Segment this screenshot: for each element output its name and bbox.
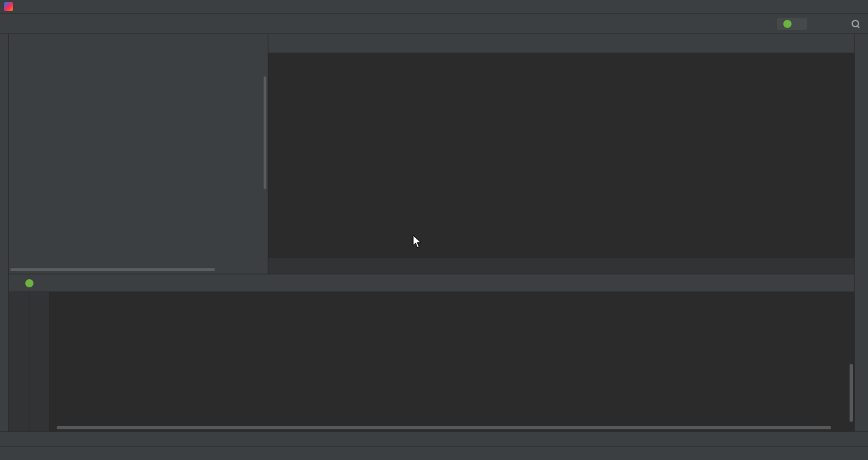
title-bar xyxy=(0,0,868,14)
spring-boot-icon xyxy=(783,20,792,28)
app-logo-icon xyxy=(4,2,13,11)
run-config-select[interactable] xyxy=(777,18,807,30)
project-tree xyxy=(9,53,268,274)
run-tool-window xyxy=(9,274,854,431)
run-tab[interactable] xyxy=(21,279,48,287)
right-tool-stripe xyxy=(854,34,868,431)
tool-window-bar xyxy=(0,431,868,446)
console-vertical-scrollbar[interactable] xyxy=(850,364,853,422)
project-vertical-scrollbar[interactable] xyxy=(264,76,266,189)
console-horizontal-scrollbar[interactable] xyxy=(57,426,831,429)
run-panel-header xyxy=(9,274,854,292)
left-tool-stripe xyxy=(0,34,9,431)
project-horizontal-scrollbar[interactable] xyxy=(10,268,215,271)
editor-tabs xyxy=(268,34,854,53)
console-output[interactable] xyxy=(50,292,854,431)
navigation-bar xyxy=(0,14,868,34)
run-toolbar xyxy=(9,292,29,431)
console-toolbar xyxy=(29,292,50,431)
search-icon[interactable] xyxy=(852,20,860,28)
project-panel-header xyxy=(9,34,268,53)
run-panel-body xyxy=(9,292,854,431)
nav-toolbar xyxy=(768,18,860,30)
status-bar xyxy=(0,446,868,460)
ide-window xyxy=(0,0,868,460)
editor-breadcrumb xyxy=(268,257,854,274)
spring-boot-icon xyxy=(25,279,33,287)
code-editor[interactable] xyxy=(268,53,854,257)
project-tool-window xyxy=(9,34,268,274)
